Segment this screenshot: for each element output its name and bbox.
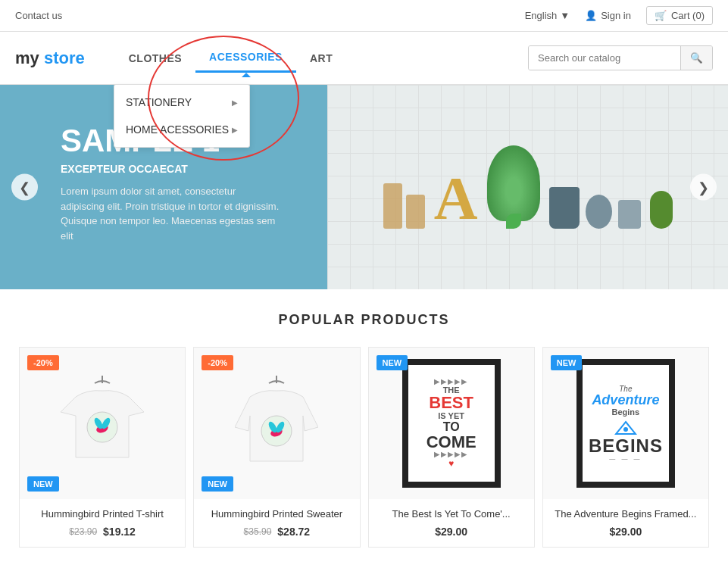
submenu-arrow-2: ▶ <box>232 126 238 134</box>
dropdown-item-home-accessories[interactable]: HOME ACESSORIES ▶ <box>114 116 249 143</box>
language-arrow: ▼ <box>560 10 570 21</box>
nav-item-clothes[interactable]: CLOTHES <box>115 45 195 72</box>
new-badge-4: NEW <box>551 355 583 370</box>
product-image-area-2: -20% NEW <box>194 348 359 499</box>
hero-next-button[interactable]: ❯ <box>690 174 717 201</box>
hero-description: Lorem ipsum dolor sit amet, consectetur … <box>61 184 280 243</box>
discount-badge-2: -20% <box>202 355 233 370</box>
framed-print-3: ▶▶▶▶▶ THE BEST IS YET TO COME ▶▶▶▶▶ ♥ <box>402 359 501 488</box>
products-section: POPULAR PRODUCTS -20% <box>0 289 728 566</box>
product-card-1[interactable]: -20% NEW Hummingbird P <box>19 347 186 548</box>
user-icon: 👤 <box>585 10 597 21</box>
submenu-arrow: ▶ <box>232 98 238 107</box>
decorative-cactus <box>650 191 673 229</box>
product-info-2: Hummingbird Printed Sweater $35.90 $28.7… <box>194 499 359 547</box>
cart-button[interactable]: 🛒 Cart (0) <box>646 6 713 25</box>
product-price-4: $29.00 <box>552 526 699 538</box>
search-box: 🔍 <box>528 45 713 70</box>
discount-badge-1: -20% <box>27 355 59 370</box>
search-button[interactable]: 🔍 <box>680 46 712 70</box>
decorative-lanterns <box>383 183 425 229</box>
product-price-3: $29.00 <box>378 526 525 538</box>
product-image-area-4: NEW The Adventure Begins BEGINS <box>543 348 708 499</box>
decorative-vases <box>549 187 641 229</box>
price-old-2: $35.90 <box>244 526 272 537</box>
products-section-title: POPULAR PRODUCTS <box>0 289 728 343</box>
cart-icon: 🛒 <box>655 10 667 21</box>
dropdown-menu: STATIONERY ▶ HOME ACESSORIES ▶ <box>114 84 250 148</box>
price-new-3: $29.00 <box>435 526 467 538</box>
product-name-4: The Adventure Begins Framed... <box>552 508 699 520</box>
products-grid: -20% NEW Hummingbird P <box>0 343 728 566</box>
product-info-1: Hummingbird Printed T-shirt $23.90 $19.1… <box>20 499 185 547</box>
logo[interactable]: my store <box>15 48 85 68</box>
nav-item-art[interactable]: ART <box>296 45 346 72</box>
new-badge-1: NEW <box>27 476 59 492</box>
hero-prev-button[interactable]: ❮ <box>11 174 38 201</box>
sign-in-label: Sign in <box>601 10 631 21</box>
product-image-area-3: NEW ▶▶▶▶▶ THE BEST IS YET TO COME ▶▶▶▶▶ … <box>369 348 534 499</box>
price-new-2: $28.72 <box>277 526 310 538</box>
main-nav: CLOTHES ACESSORIES ART <box>115 43 528 73</box>
framed-print-4: The Adventure Begins BEGINS — — — <box>576 359 675 488</box>
hero-banner: A SAMPLE 1 EXCEPTEUR OCCAECAT Lorem ipsu… <box>0 85 728 289</box>
tshirt-image-1 <box>61 374 144 473</box>
product-price-1: $23.90 $19.12 <box>29 526 176 538</box>
accessories-dropdown: STATIONERY ▶ HOME ACESSORIES ▶ <box>114 84 250 148</box>
product-info-4: The Adventure Begins Framed... $29.00 <box>543 499 708 547</box>
search-input[interactable] <box>529 46 680 70</box>
price-new-4: $29.00 <box>609 526 642 538</box>
price-new-1: $19.12 <box>103 526 136 538</box>
svg-point-11 <box>623 427 628 432</box>
product-info-3: The Best Is Yet To Come'... $29.00 <box>369 499 534 547</box>
header: my store CLOTHES ACESSORIES ART 🔍 STATIO… <box>0 32 728 85</box>
logo-store: store <box>44 48 85 67</box>
sweater-image-2 <box>235 374 318 473</box>
decorative-plant <box>487 145 540 229</box>
product-image-area-1: -20% NEW <box>20 348 185 499</box>
language-selector[interactable]: English ▼ <box>525 10 570 21</box>
product-card-4[interactable]: NEW The Adventure Begins BEGINS <box>542 347 709 548</box>
hero-right-decoration: A <box>327 85 728 289</box>
dropdown-item-stationery[interactable]: STATIONERY ▶ <box>114 89 249 116</box>
top-bar: Contact us English ▼ 👤 Sign in 🛒 Cart (0… <box>0 0 728 32</box>
new-badge-2: NEW <box>202 476 233 492</box>
top-bar-right: English ▼ 👤 Sign in 🛒 Cart (0) <box>525 6 713 25</box>
product-card-3[interactable]: NEW ▶▶▶▶▶ THE BEST IS YET TO COME ▶▶▶▶▶ … <box>368 347 535 548</box>
contact-link[interactable]: Contact us <box>15 10 62 21</box>
product-price-2: $35.90 $28.72 <box>203 526 350 538</box>
price-old-1: $23.90 <box>69 526 97 537</box>
product-name-2: Hummingbird Printed Sweater <box>203 508 350 520</box>
new-badge-3: NEW <box>376 355 408 370</box>
decorative-letter-a: A <box>434 168 478 229</box>
product-name-3: The Best Is Yet To Come'... <box>378 508 525 520</box>
language-label: English <box>525 10 558 21</box>
sign-in-link[interactable]: 👤 Sign in <box>585 10 631 21</box>
hero-subtitle: EXCEPTEUR OCCAECAT <box>61 163 280 175</box>
search-icon: 🔍 <box>690 52 703 64</box>
cart-label: Cart (0) <box>671 10 705 21</box>
product-card-2[interactable]: -20% NEW Hummingbird Printed Sweater <box>193 347 360 548</box>
logo-my: my <box>15 48 44 67</box>
nav-item-accessories[interactable]: ACESSORIES <box>195 43 296 73</box>
product-name-1: Hummingbird Printed T-shirt <box>29 508 176 520</box>
